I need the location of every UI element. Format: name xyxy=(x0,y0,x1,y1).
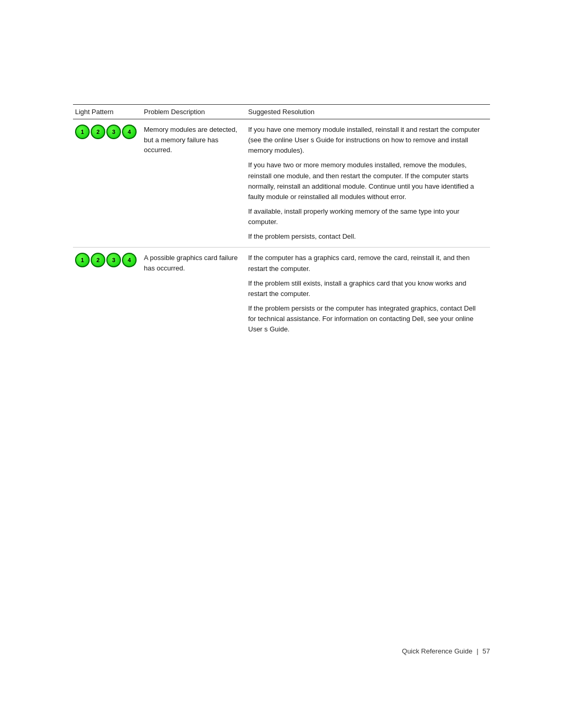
light-circle-2-2: 2 xyxy=(91,253,105,267)
problem-description-1: Memory modules are detected, but a memor… xyxy=(142,119,246,248)
light-indicators-2: 1 2 3 4 xyxy=(75,253,137,267)
main-table: Light Pattern Problem Description Sugges… xyxy=(73,104,490,340)
footer-label: Quick Reference Guide xyxy=(402,647,472,655)
resolution-para-2-1: If the computer has a graphics card, rem… xyxy=(248,253,485,274)
light-circle-1: 1 xyxy=(75,125,90,139)
table-row: 1 2 3 4 A possible graphics card failure… xyxy=(73,248,490,340)
footer-separator: | xyxy=(476,647,478,655)
table-header-row: Light Pattern Problem Description Sugges… xyxy=(73,105,490,119)
problem-text-2: A possible graphics card failure has occ… xyxy=(144,254,238,272)
light-pattern-cell-2: 1 2 3 4 xyxy=(73,248,142,340)
resolution-cell-1: If you have one memory module installed,… xyxy=(246,119,490,248)
footer-page-number: 57 xyxy=(483,647,490,655)
light-circle-2-1: 1 xyxy=(75,253,90,267)
problem-text-1: Memory modules are detected, but a memor… xyxy=(144,126,237,154)
resolution-para-1-2: If you have two or more memory modules i… xyxy=(248,160,485,202)
light-circle-4: 4 xyxy=(122,125,137,139)
light-circle-2: 2 xyxy=(91,125,105,139)
resolution-para-1-3: If available, install properly working m… xyxy=(248,206,485,227)
page-container: Light Pattern Problem Description Sugges… xyxy=(0,0,563,728)
light-circle-3: 3 xyxy=(106,125,121,139)
light-circle-2-3: 3 xyxy=(106,253,121,267)
resolution-cell-2: If the computer has a graphics card, rem… xyxy=(246,248,490,340)
light-indicators-1: 1 2 3 4 xyxy=(75,125,137,139)
problem-description-2: A possible graphics card failure has occ… xyxy=(142,248,246,340)
col-header-light-pattern: Light Pattern xyxy=(73,105,142,119)
light-circle-2-4: 4 xyxy=(122,253,137,267)
table-row: 1 2 3 4 Memory modules are detected, but… xyxy=(73,119,490,248)
col-header-resolution: Suggested Resolution xyxy=(246,105,490,119)
resolution-para-1-4: If the problem persists, contact Dell. xyxy=(248,231,485,242)
col-header-problem: Problem Description xyxy=(142,105,246,119)
resolution-para-2-2: If the problem still exists, install a g… xyxy=(248,278,485,299)
footer: Quick Reference Guide | 57 xyxy=(402,647,490,655)
resolution-para-2-3: If the problem persists or the computer … xyxy=(248,303,485,335)
light-pattern-cell-1: 1 2 3 4 xyxy=(73,119,142,248)
resolution-para-1-1: If you have one memory module installed,… xyxy=(248,125,485,156)
